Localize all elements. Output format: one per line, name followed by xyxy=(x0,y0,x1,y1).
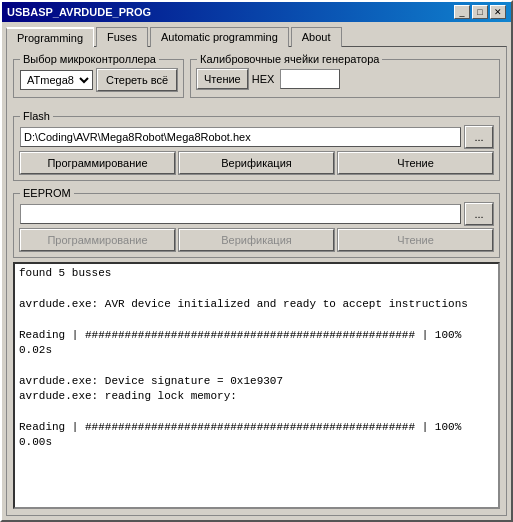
minimize-button[interactable]: _ xyxy=(454,5,470,19)
flash-program-button[interactable]: Программирование xyxy=(20,152,175,174)
controller-row: ATmega8 Стереть всё xyxy=(20,69,177,91)
eeprom-fieldset: EEPROM ... Программирование Верификация … xyxy=(13,187,500,258)
tab-automatic[interactable]: Automatic programming xyxy=(150,27,289,47)
main-window: USBASP_AVRDUDE_PROG _ □ ✕ Programming Fu… xyxy=(0,0,513,522)
flash-file-row: ... xyxy=(20,126,493,148)
eeprom-file-input[interactable] xyxy=(20,204,461,224)
eeprom-action-row: Программирование Верификация Чтение xyxy=(20,229,493,251)
controller-fieldset: Выбор микроконтроллера ATmega8 Стереть в… xyxy=(13,53,184,98)
flash-file-input[interactable] xyxy=(20,127,461,147)
flash-legend: Flash xyxy=(20,110,53,122)
controller-legend: Выбор микроконтроллера xyxy=(20,53,159,65)
window-title: USBASP_AVRDUDE_PROG xyxy=(7,6,151,18)
flash-action-row: Программирование Верификация Чтение xyxy=(20,152,493,174)
tab-bar: Programming Fuses Automatic programming … xyxy=(6,26,507,46)
window-body: Programming Fuses Automatic programming … xyxy=(2,22,511,520)
top-panel: Выбор микроконтроллера ATmega8 Стереть в… xyxy=(13,53,500,258)
tab-about[interactable]: About xyxy=(291,27,342,47)
log-panel: found 5 busses avrdude.exe: AVR device i… xyxy=(13,262,500,509)
hex-input[interactable] xyxy=(280,69,340,89)
eeprom-verify-button[interactable]: Верификация xyxy=(179,229,334,251)
close-button[interactable]: ✕ xyxy=(490,5,506,19)
eeprom-legend: EEPROM xyxy=(20,187,74,199)
eeprom-browse-button[interactable]: ... xyxy=(465,203,493,225)
log-scroll-area[interactable]: found 5 busses avrdude.exe: AVR device i… xyxy=(15,264,498,507)
tab-content-programming: Выбор микроконтроллера ATmega8 Стереть в… xyxy=(6,46,507,516)
eeprom-file-row: ... xyxy=(20,203,493,225)
main-area: Выбор микроконтроллера ATmega8 Стереть в… xyxy=(13,53,500,509)
tab-fuses[interactable]: Fuses xyxy=(96,27,148,47)
calibration-fieldset: Калибровочные ячейки генератора Чтение H… xyxy=(190,53,500,98)
title-bar: USBASP_AVRDUDE_PROG _ □ ✕ xyxy=(2,2,511,22)
calibration-row: Чтение HEX xyxy=(197,69,493,89)
eeprom-read-button[interactable]: Чтение xyxy=(338,229,493,251)
erase-button[interactable]: Стереть всё xyxy=(97,69,177,91)
mcu-select[interactable]: ATmega8 xyxy=(20,70,93,90)
flash-browse-button[interactable]: ... xyxy=(465,126,493,148)
flash-fieldset: Flash ... Программирование Верификация Ч… xyxy=(13,110,500,181)
flash-read-button[interactable]: Чтение xyxy=(338,152,493,174)
maximize-button[interactable]: □ xyxy=(472,5,488,19)
title-bar-controls: _ □ ✕ xyxy=(454,5,506,19)
tab-programming[interactable]: Programming xyxy=(6,27,94,47)
hex-label: HEX xyxy=(252,73,275,85)
calibration-legend: Калибровочные ячейки генератора xyxy=(197,53,382,65)
flash-verify-button[interactable]: Верификация xyxy=(179,152,334,174)
eeprom-program-button[interactable]: Программирование xyxy=(20,229,175,251)
calib-read-button[interactable]: Чтение xyxy=(197,69,248,89)
log-text: found 5 busses avrdude.exe: AVR device i… xyxy=(19,266,494,451)
